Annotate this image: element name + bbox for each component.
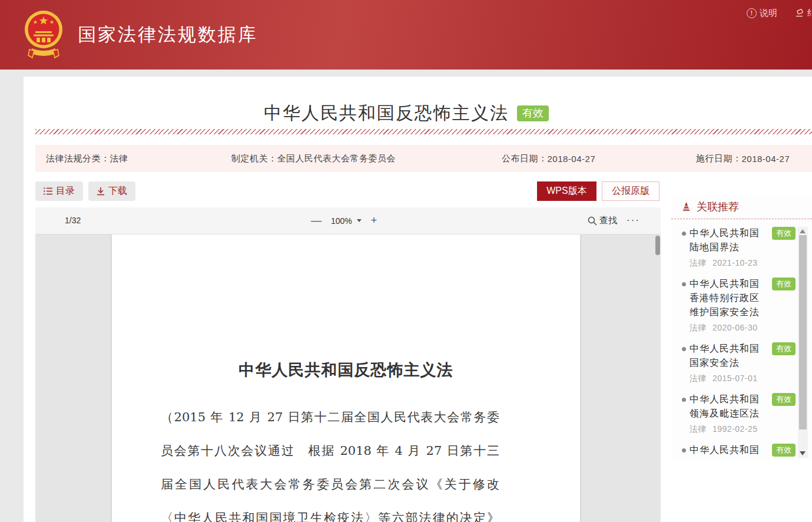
bullet-icon	[682, 282, 686, 286]
related-item-status-badge: 有效	[772, 393, 796, 406]
meta-field: 公布日期： 2018-04-27	[502, 145, 595, 172]
related-item-meta: 法律 2020-06-30	[690, 323, 796, 333]
related-item-date: 2020-06-30	[712, 323, 758, 333]
related-list-item[interactable]: 中华人民共和国香港特别行政区维护国家安全法 有效 法律 2020-06-30	[682, 277, 796, 333]
zoom-in-button[interactable]: +	[371, 214, 377, 227]
related-list-item[interactable]: 中华人民共和国领海及毗连区法 有效 法律 1992-02-25	[682, 392, 796, 435]
related-item-date: 2021-10-23	[712, 258, 758, 269]
related-list-item[interactable]: 中华人民共和国国家安全法 有效 法律 2015-07-01	[682, 342, 796, 384]
related-item-date: 2015-07-01	[712, 374, 758, 384]
bullet-icon	[682, 398, 686, 402]
related-item-type: 法律	[690, 424, 707, 435]
document-text-line: 〈中华人民共和国国境卫生检疫法〉等六部法律的决定》	[161, 501, 499, 522]
related-item-status-badge: 有效	[772, 444, 796, 457]
eraser-icon	[795, 9, 804, 18]
scroll-down-arrow-icon[interactable]	[800, 451, 806, 455]
meta-label: 制定机关：	[231, 153, 277, 164]
toc-button[interactable]: 目录	[35, 181, 83, 201]
site-title: 国家法律法规数据库	[78, 22, 258, 47]
meta-label: 公布日期：	[502, 153, 548, 164]
find-button[interactable]: 查找	[588, 207, 617, 234]
more-options-button[interactable]: ···	[627, 207, 640, 233]
brand[interactable]: 国家法律法规数据库	[24, 7, 258, 62]
search-icon	[588, 216, 597, 226]
related-item-status-badge: 有效	[772, 277, 796, 290]
download-button[interactable]: 下载	[88, 181, 135, 201]
content-card: 中华人民共和国反恐怖主义法 有效 法律法规分类： 法律 制定机关： 全国人民代表…	[24, 77, 812, 522]
related-item-type: 法律	[690, 374, 707, 384]
bullet-icon	[682, 448, 686, 452]
sidebar-scrollbar-thumb[interactable]	[799, 235, 807, 430]
correction-link-label: 纠	[807, 8, 812, 19]
related-item-name: 中华人民共和国陆地国界法	[690, 226, 760, 255]
site-header: 国家法律法规数据库 ! 说明 纠	[0, 0, 812, 70]
viewer-scrollbar-thumb[interactable]	[655, 236, 660, 255]
find-button-label: 查找	[599, 215, 617, 226]
zoom-out-button[interactable]: —	[311, 214, 322, 227]
zoom-level-select[interactable]: 100%	[331, 216, 362, 226]
doc-title: 中华人民共和国反恐怖主义法	[264, 101, 509, 125]
pdf-viewer: 1/32 — 100% + 查找 ···	[35, 207, 661, 522]
meta-value: 全国人民代表大会常务委员会	[277, 153, 396, 164]
page-indicator: 1/32	[65, 207, 81, 234]
zoom-controls: — 100% +	[311, 207, 377, 234]
scroll-up-arrow-icon[interactable]	[800, 229, 806, 233]
related-item-date: 1992-02-25	[712, 424, 758, 435]
meta-value: 2018-04-27	[742, 154, 790, 164]
beacon-icon	[681, 201, 691, 212]
related-sidebar-title: 关联推荐	[697, 200, 739, 214]
info-icon: !	[747, 8, 757, 18]
related-sidebar-header: 关联推荐	[671, 194, 812, 219]
list-icon	[44, 187, 52, 195]
download-button-label: 下载	[108, 185, 127, 197]
document-page: 中华人民共和国反恐怖主义法 （2015 年 12 月 27 日第十二届全国人民代…	[112, 234, 580, 522]
wps-version-button[interactable]: WPS版本	[537, 181, 596, 201]
meta-label: 施行日期：	[696, 153, 742, 164]
document-page-title: 中华人民共和国反恐怖主义法	[112, 359, 580, 381]
document-text-line: （2015 年 12 月 27 日第十二届全国人民代表大会常务委	[161, 401, 499, 434]
related-item-meta: 法律 1992-02-25	[690, 424, 796, 435]
related-item-name: 中华人民共和国	[690, 443, 760, 457]
related-item-status-badge: 有效	[772, 227, 796, 240]
help-link[interactable]: ! 说明	[747, 8, 777, 19]
gazette-version-label: 公报原版	[612, 185, 649, 197]
related-item-name: 中华人民共和国领海及毗连区法	[690, 392, 760, 421]
header-links: ! 说明 纠	[747, 8, 812, 19]
correction-link[interactable]: 纠	[795, 8, 812, 19]
related-item-status-badge: 有效	[772, 342, 796, 355]
meta-field: 施行日期： 2018-04-27	[696, 145, 790, 172]
stripe-divider	[35, 129, 812, 134]
related-list-item[interactable]: 中华人民共和国 有效	[682, 443, 796, 460]
toc-button-label: 目录	[56, 185, 75, 197]
meta-value: 2018-04-27	[548, 154, 596, 164]
zoom-level-value: 100%	[331, 216, 352, 226]
related-item-name: 中华人民共和国香港特别行政区维护国家安全法	[690, 277, 760, 319]
bullet-icon	[682, 347, 686, 351]
wps-version-label: WPS版本	[546, 185, 586, 197]
related-item-type: 法律	[690, 258, 707, 269]
doc-header: 中华人民共和国反恐怖主义法 有效	[24, 101, 789, 125]
related-sidebar: 关联推荐 中华人民共和国陆地国界法 有效 法律 2021-10-23	[671, 194, 812, 460]
related-list: 中华人民共和国陆地国界法 有效 法律 2021-10-23 中华人民共和国香港特…	[682, 220, 796, 460]
help-link-label: 说明	[760, 8, 777, 19]
meta-label: 法律法规分类：	[46, 153, 110, 164]
related-item-type: 法律	[690, 323, 707, 333]
chevron-down-icon	[357, 219, 362, 222]
document-text-line: 届全国人民代表大会常务委员会第二次会议《关于修改	[161, 468, 499, 501]
status-badge: 有效	[517, 105, 549, 122]
meta-field: 制定机关： 全国人民代表大会常务委员会	[231, 145, 396, 172]
document-text-line: 员会第十八次会议通过 根据 2018 年 4 月 27 日第十三	[161, 434, 499, 468]
download-icon	[97, 187, 105, 196]
viewer-canvas: 中华人民共和国反恐怖主义法 （2015 年 12 月 27 日第十二届全国人民代…	[35, 234, 661, 522]
related-item-meta: 法律 2015-07-01	[690, 374, 796, 384]
document-page-text: （2015 年 12 月 27 日第十二届全国人民代表大会常务委 员会第十八次会…	[161, 401, 499, 522]
related-item-meta: 法律 2021-10-23	[690, 258, 796, 269]
related-list-item[interactable]: 中华人民共和国陆地国界法 有效 法律 2021-10-23	[682, 226, 796, 269]
meta-value: 法律	[110, 153, 128, 164]
sidebar-scrollbar[interactable]	[798, 227, 808, 458]
meta-field: 法律法规分类： 法律	[46, 145, 128, 172]
page: 国家法律法规数据库 ! 说明 纠 中华人民共和国反恐怖主义法 有效	[0, 0, 812, 522]
gazette-version-button[interactable]: 公报原版	[602, 181, 659, 201]
viewer-toolbar: 1/32 — 100% + 查找 ···	[35, 207, 661, 234]
national-emblem-logo	[24, 7, 64, 62]
